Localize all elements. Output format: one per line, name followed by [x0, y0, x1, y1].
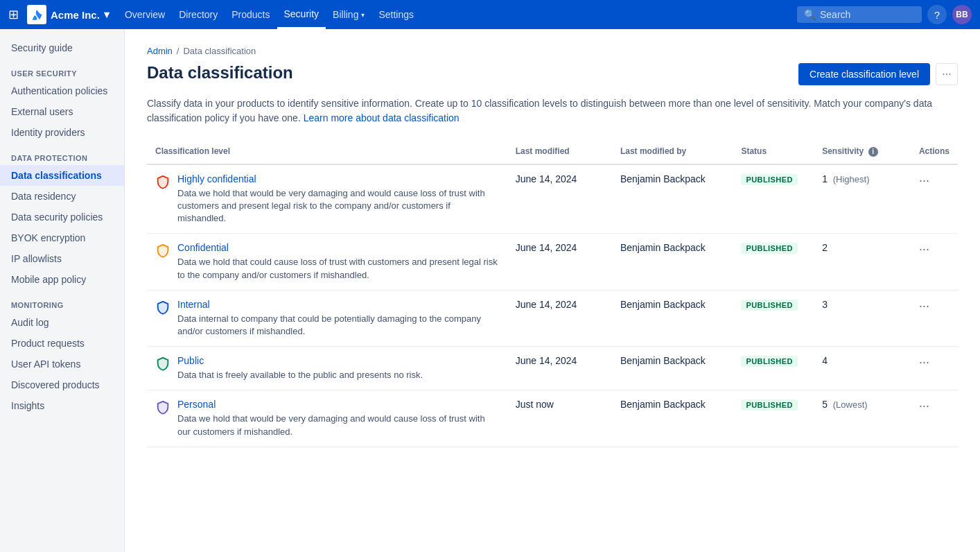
- row-actions-button-3[interactable]: ···: [919, 355, 950, 370]
- breadcrumb-current: Data classification: [183, 46, 256, 56]
- classification-title-4[interactable]: Personal: [177, 399, 499, 410]
- classification-cell-4: Personal Data we hold that would be very…: [147, 390, 507, 447]
- sidebar-item-byok-encryption[interactable]: BYOK encryption: [0, 227, 124, 248]
- sensitivity-cell-3: 4: [814, 347, 911, 390]
- sensitivity-cell-1: 2: [814, 234, 911, 290]
- actions-cell-2: ···: [911, 290, 958, 346]
- classification-desc-4: Data we hold that would be very damaging…: [177, 413, 499, 438]
- learn-more-link[interactable]: Learn more about data classification: [304, 112, 460, 123]
- atlassian-icon: [27, 5, 46, 24]
- last-modified-cell-0: June 14, 2024: [507, 164, 612, 234]
- header-actions: Create classification level ···: [798, 63, 958, 85]
- sidebar-item-security-guide[interactable]: Security guide: [0, 37, 124, 58]
- sidebar-section-monitoring: MONITORING: [0, 290, 124, 312]
- sidebar-item-authentication-policies[interactable]: Authentication policies: [0, 80, 124, 101]
- classification-title-0[interactable]: Highly confidential: [177, 173, 499, 184]
- actions-cell-1: ···: [911, 234, 958, 290]
- classification-desc-1: Data we hold that could cause loss of tr…: [177, 256, 499, 281]
- classification-desc-2: Data internal to company that could be p…: [177, 313, 499, 338]
- search-box[interactable]: 🔍 Search: [797, 6, 922, 23]
- classification-cell-0: Highly confidential Data we hold that wo…: [147, 164, 507, 234]
- sidebar-item-data-security-policies[interactable]: Data security policies: [0, 207, 124, 227]
- last-modified-by-cell-3: Benjamin Backpack: [612, 347, 733, 390]
- atlassian-logo[interactable]: Acme Inc. ▾: [27, 5, 110, 24]
- sidebar-item-external-users[interactable]: External users: [0, 101, 124, 122]
- breadcrumb-separator: /: [177, 46, 180, 56]
- sidebar-item-audit-log[interactable]: Audit log: [0, 312, 124, 333]
- avatar[interactable]: BB: [952, 5, 972, 24]
- sidebar: Security guide USER SECURITY Authenticat…: [0, 29, 125, 552]
- grid-icon[interactable]: ⊞: [8, 7, 19, 22]
- sidebar-item-ip-allowlists[interactable]: IP allowlists: [0, 248, 124, 269]
- last-modified-by-cell-0: Benjamin Backpack: [612, 164, 733, 234]
- last-modified-by-cell-4: Benjamin Backpack: [612, 390, 733, 447]
- last-modified-by-cell-2: Benjamin Backpack: [612, 290, 733, 346]
- classification-title-1[interactable]: Confidential: [177, 242, 499, 253]
- sidebar-section-user-security: USER SECURITY: [0, 58, 124, 80]
- status-cell-4: PUBLISHED: [733, 390, 814, 447]
- sidebar-item-mobile-app-policy[interactable]: Mobile app policy: [0, 269, 124, 290]
- classification-icon-1: [155, 243, 170, 261]
- th-status: Status: [733, 139, 814, 164]
- nav-products[interactable]: Products: [225, 0, 277, 29]
- table-header-row: Classification level Last modified Last …: [147, 139, 958, 164]
- row-actions-button-0[interactable]: ···: [919, 173, 950, 188]
- actions-cell-0: ···: [911, 164, 958, 234]
- status-cell-0: PUBLISHED: [733, 164, 814, 234]
- nav-billing[interactable]: Billing ▾: [326, 0, 371, 29]
- top-navigation: ⊞ Acme Inc. ▾ Overview Directory Product…: [0, 0, 980, 29]
- org-name: Acme Inc.: [51, 9, 100, 21]
- status-badge-3: PUBLISHED: [741, 356, 798, 367]
- classification-title-3[interactable]: Public: [177, 355, 423, 366]
- sidebar-item-discovered-products[interactable]: Discovered products: [0, 374, 124, 395]
- sidebar-item-insights[interactable]: Insights: [0, 395, 124, 416]
- page-header: Data classification Create classificatio…: [147, 63, 958, 85]
- sidebar-item-identity-providers[interactable]: Identity providers: [0, 122, 124, 143]
- th-actions: Actions: [911, 139, 958, 164]
- classifications-table: Classification level Last modified Last …: [147, 139, 958, 447]
- classification-icon-4: [155, 400, 170, 417]
- nav-directory[interactable]: Directory: [172, 0, 225, 29]
- table-row: Confidential Data we hold that could cau…: [147, 234, 958, 290]
- sensitivity-cell-4: 5 (Lowest): [814, 390, 911, 447]
- more-options-button[interactable]: ···: [936, 63, 958, 85]
- classification-desc-0: Data we hold that would be very damaging…: [177, 187, 499, 225]
- org-caret: ▾: [104, 8, 110, 21]
- help-icon[interactable]: ?: [927, 5, 947, 24]
- classification-icon-0: [155, 175, 170, 192]
- nav-right: 🔍 Search ? BB: [797, 5, 972, 24]
- sidebar-item-data-residency[interactable]: Data residency: [0, 186, 124, 207]
- row-actions-button-4[interactable]: ···: [919, 399, 950, 413]
- classification-cell-1: Confidential Data we hold that could cau…: [147, 234, 507, 290]
- table-body: Highly confidential Data we hold that wo…: [147, 164, 958, 447]
- status-cell-1: PUBLISHED: [733, 234, 814, 290]
- sensitivity-cell-0: 1 (Highest): [814, 164, 911, 234]
- th-last-modified: Last modified: [507, 139, 612, 164]
- last-modified-by-cell-1: Benjamin Backpack: [612, 234, 733, 290]
- actions-cell-3: ···: [911, 347, 958, 390]
- last-modified-cell-2: June 14, 2024: [507, 290, 612, 346]
- sensitivity-info-icon[interactable]: i: [868, 147, 878, 157]
- breadcrumb-admin[interactable]: Admin: [147, 46, 173, 56]
- nav-settings[interactable]: Settings: [371, 0, 421, 29]
- sidebar-item-user-api-tokens[interactable]: User API tokens: [0, 354, 124, 374]
- sidebar-item-product-requests[interactable]: Product requests: [0, 333, 124, 354]
- classification-desc-3: Data that is freely available to the pub…: [177, 369, 423, 381]
- row-actions-button-2[interactable]: ···: [919, 299, 950, 313]
- nav-overview[interactable]: Overview: [118, 0, 172, 29]
- classification-cell-3: Public Data that is freely available to …: [147, 347, 507, 390]
- status-badge-0: PUBLISHED: [741, 174, 798, 185]
- classification-icon-2: [155, 300, 170, 318]
- last-modified-cell-3: June 14, 2024: [507, 347, 612, 390]
- sidebar-item-data-classifications[interactable]: Data classifications: [0, 165, 124, 186]
- status-badge-1: PUBLISHED: [741, 243, 798, 254]
- table-row: Internal Data internal to company that c…: [147, 290, 958, 346]
- classification-title-2[interactable]: Internal: [177, 299, 499, 310]
- row-actions-button-1[interactable]: ···: [919, 242, 950, 257]
- status-badge-4: PUBLISHED: [741, 399, 798, 411]
- status-badge-2: PUBLISHED: [741, 300, 798, 311]
- nav-security[interactable]: Security: [277, 0, 326, 29]
- create-classification-button[interactable]: Create classification level: [798, 63, 930, 85]
- sensitivity-cell-2: 3: [814, 290, 911, 346]
- search-placeholder: Search: [820, 9, 850, 20]
